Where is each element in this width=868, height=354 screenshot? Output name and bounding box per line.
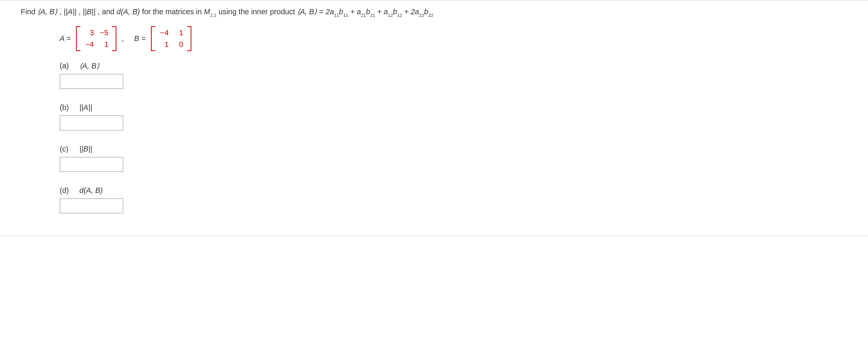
- term1-b: b: [339, 7, 343, 16]
- term1-asub: 11: [334, 13, 339, 18]
- matrix-B-22: 0: [174, 40, 183, 49]
- part-d-input[interactable]: [60, 198, 123, 214]
- term4-b: b: [424, 7, 428, 16]
- plus: +: [404, 7, 411, 16]
- part-c-input[interactable]: [60, 157, 123, 172]
- term3-asub: 12: [388, 13, 393, 18]
- part-b-label: (b): [60, 103, 71, 112]
- distance-d: d: [117, 7, 121, 16]
- matrix-B-label: B =: [134, 34, 146, 43]
- norm-B: ||B||: [83, 7, 95, 16]
- matrices-definition: A = 3 −5 −4 1 , B = −4 1 1 0: [60, 26, 847, 51]
- part-d-expr: d(A, B): [80, 186, 103, 195]
- part-a-expr: ⟨A, B⟩: [80, 61, 99, 70]
- term1-coef: 2a: [326, 7, 334, 16]
- term1-bsub: 11: [343, 13, 348, 18]
- matrix-A-11: 3: [84, 29, 94, 37]
- term2-b: b: [366, 7, 370, 16]
- term4-bsub: 22: [428, 13, 433, 18]
- matrix-A-entries: 3 −5 −4 1: [81, 29, 112, 49]
- matrix-A: 3 −5 −4 1: [76, 26, 117, 51]
- part-a-label: (a): [60, 61, 71, 70]
- inner-product-AB: ⟨A, B⟩: [37, 7, 57, 16]
- part-a-input[interactable]: [60, 74, 123, 89]
- matrix-A-22: 1: [98, 40, 108, 49]
- part-d-label: (d): [60, 186, 71, 195]
- matrix-A-21: −4: [84, 40, 94, 49]
- inner-product-def-lhs: ⟨A, B⟩: [297, 7, 317, 16]
- term4-asub: 22: [419, 13, 424, 18]
- part-c-label: (c): [60, 145, 71, 153]
- text-lead: Find: [21, 7, 37, 16]
- text-eq: =: [319, 7, 326, 16]
- term2-coef: a: [357, 7, 361, 16]
- part-a: (a) ⟨A, B⟩: [60, 61, 847, 89]
- term2-asub: 21: [361, 13, 366, 18]
- norm-A: ||A||: [64, 7, 76, 16]
- matrix-B-11: −4: [159, 29, 169, 37]
- part-c: (c) ||B||: [60, 145, 847, 172]
- text: ,: [79, 7, 83, 16]
- answer-parts: (a) ⟨A, B⟩ (b) ||A|| (c) ||B|| (d) d(A, …: [60, 61, 847, 214]
- term3-bsub: 12: [397, 13, 402, 18]
- matrix-separator: ,: [122, 34, 124, 43]
- part-d: (d) d(A, B): [60, 186, 847, 214]
- plus: +: [377, 7, 384, 16]
- bracket-left-icon: [151, 26, 155, 51]
- matrix-B-21: 1: [159, 40, 169, 49]
- term3-b: b: [393, 7, 397, 16]
- text: ,: [59, 7, 64, 16]
- part-c-expr: ||B||: [80, 145, 92, 153]
- term2-bsub: 21: [370, 13, 375, 18]
- text: using the inner product: [219, 7, 297, 16]
- matrix-B: −4 1 1 0: [151, 26, 191, 51]
- text: , and: [98, 7, 117, 16]
- part-b: (b) ||A||: [60, 103, 847, 130]
- bracket-right-icon: [187, 26, 191, 51]
- term3-coef: a: [384, 7, 388, 16]
- distance-args: (A, B): [121, 7, 142, 16]
- part-b-expr: ||A||: [80, 103, 92, 112]
- matrix-A-12: −5: [98, 29, 108, 37]
- question-prompt: Find ⟨A, B⟩ , ||A|| , ||B|| , and d(A, B…: [21, 6, 847, 19]
- space-sub: 2,2: [210, 13, 216, 18]
- part-b-input[interactable]: [60, 116, 123, 130]
- bracket-right-icon: [112, 26, 117, 51]
- text: for the matrices in: [142, 7, 204, 16]
- question-panel: Find ⟨A, B⟩ , ||A|| , ||B|| , and d(A, B…: [0, 0, 868, 236]
- bracket-left-icon: [76, 26, 81, 51]
- space-M: M: [204, 7, 210, 16]
- matrix-B-12: 1: [174, 29, 183, 37]
- plus: +: [350, 7, 357, 16]
- matrix-A-label: A =: [60, 34, 71, 43]
- term4-coef: 2a: [411, 7, 419, 16]
- matrix-B-entries: −4 1 1 0: [155, 29, 187, 49]
